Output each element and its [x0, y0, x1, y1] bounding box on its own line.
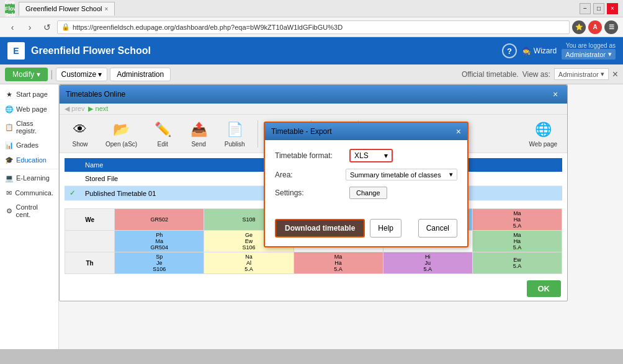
timetables-header: Timetables Online ×	[60, 85, 567, 104]
help-dialog-btn[interactable]: Help	[370, 219, 401, 237]
tt-send-btn[interactable]: 📤 Send	[183, 117, 214, 150]
app-title: Greenfield Flower School	[31, 45, 502, 56]
export-format-row: Timetable format: XLS ▾	[275, 149, 457, 162]
sidebar-grades-label: Grades	[16, 141, 38, 149]
sidebar-item-elearning[interactable]: 💻 E-Learning	[0, 171, 58, 185]
format-label: Timetable format:	[275, 151, 349, 160]
sidebar-item-start-page[interactable]: ★ Start page	[0, 87, 58, 102]
format-select[interactable]: XLS ▾	[349, 149, 393, 162]
wizard-label: Wizard	[534, 47, 557, 55]
toolbar-separator: |	[50, 69, 53, 80]
mail-icon: ✉	[5, 189, 12, 197]
ok-btn[interactable]: OK	[527, 280, 562, 297]
sidebar-item-grades[interactable]: 📊 Grades	[0, 138, 58, 153]
nav-bar: ‹ › ↺ 🔒 https://greenfieldsch.edupage.or…	[0, 17, 623, 37]
user-role-text: Administrator	[565, 51, 606, 58]
browser-tab[interactable]: Greenfield Flower School ×	[19, 2, 115, 16]
tt-web-page-btn[interactable]: 🌐 Web page	[524, 117, 562, 150]
nav-next-label[interactable]: ▶ next	[88, 105, 108, 113]
back-btn[interactable]: ‹	[5, 20, 20, 35]
cal-cell: MaHa5.A	[472, 209, 562, 231]
content-area: Timetables Online × ◀ prev ▶ next 👁 Show…	[59, 84, 623, 349]
address-bar[interactable]: 🔒 https://greenfieldsch.edupage.org/dash…	[57, 20, 570, 34]
sidebar-elearning-label: E-Learning	[16, 174, 50, 182]
forward-btn[interactable]: ›	[22, 20, 37, 35]
timetables-title: Timetables Online	[66, 90, 125, 99]
gear-icon: ⚙	[5, 206, 14, 215]
day-label-we: We	[65, 209, 115, 231]
tt-show-btn[interactable]: 👁 Show	[65, 117, 96, 150]
timetable-nav: ◀ prev ▶ next	[60, 104, 567, 115]
administration-label: Administration	[117, 70, 164, 79]
timetables-close-btn[interactable]: ×	[550, 89, 561, 100]
wizard-btn[interactable]: 🧙 Wizard	[522, 47, 557, 55]
sidebar-item-education[interactable]: 🎓 Education	[0, 153, 58, 167]
export-title: Timetable - Export	[271, 127, 332, 136]
cancel-btn[interactable]: Cancel	[418, 219, 457, 237]
area-value: Summary timetable of classes	[350, 171, 441, 179]
help-btn[interactable]: ?	[502, 43, 517, 58]
tab-close-btn[interactable]: ×	[105, 6, 109, 12]
tt-show-label: Show	[72, 141, 87, 148]
official-timetable-text: Official timetable.	[462, 70, 519, 79]
modify-dropdown-icon: ▾	[37, 70, 40, 79]
export-body: Timetable format: XLS ▾ Area: Summary ti…	[265, 140, 467, 214]
day-label-empty	[65, 231, 115, 252]
export-footer: Download timetable Help Cancel	[265, 214, 467, 246]
view-as-chevron-icon: ▾	[601, 70, 604, 78]
window-close-btn[interactable]: ×	[607, 3, 618, 14]
app-logo-icon: E	[7, 42, 25, 60]
format-dropdown-icon: ▾	[384, 151, 388, 160]
tt-web-page-label: Web page	[529, 141, 557, 148]
window-minimize-btn[interactable]: −	[580, 3, 591, 14]
export-close-btn[interactable]: ×	[456, 127, 461, 136]
area-select[interactable]: Summary timetable of classes ▾	[346, 169, 457, 180]
sidebar-item-web-page[interactable]: 🌐 Web page	[0, 102, 58, 117]
user-role-dropdown[interactable]: Administrator ▾	[562, 49, 616, 60]
app-header: E Greenfield Flower School ? 🧙 Wizard Yo…	[0, 37, 623, 64]
export-dialog: Timetable - Export × Timetable format: X…	[264, 122, 468, 247]
tt-edit-label: Edit	[158, 141, 168, 148]
window-maximize-btn[interactable]: □	[593, 3, 604, 14]
sidebar-item-communication[interactable]: ✉ Communica.	[0, 185, 58, 200]
adblocker-btn[interactable]: A	[588, 20, 602, 34]
customize-dropdown-icon: ▾	[98, 70, 102, 79]
pencil-icon: ✏️	[153, 120, 173, 140]
tt-publish-btn[interactable]: 📄 Publish	[219, 117, 250, 150]
export-header: Timetable - Export ×	[265, 123, 467, 140]
cal-cell: SpJeS106	[115, 252, 204, 274]
tt-edit-btn[interactable]: ✏️ Edit	[147, 117, 178, 150]
clipboard-icon: 📋	[5, 123, 14, 131]
extensions-btn[interactable]: ⭐	[572, 20, 586, 34]
sidebar-start-page-label: Start page	[16, 91, 48, 98]
row-check-1	[65, 172, 80, 186]
download-timetable-btn[interactable]: Download timetable	[275, 219, 365, 237]
tt-send-label: Send	[191, 141, 205, 148]
sidebar-divider	[0, 169, 58, 169]
sidebar-communication-label: Communica.	[15, 189, 53, 197]
tt-open-label: Open (aSc)	[105, 141, 137, 148]
day-label-th: Th	[65, 252, 115, 274]
administration-btn[interactable]: Administration	[110, 68, 171, 81]
view-as-dropdown[interactable]: Administrator ▾	[554, 68, 609, 80]
sidebar-education-label: Education	[16, 156, 47, 164]
sidebar-control-center-label: Control cent.	[16, 203, 53, 218]
sidebar-class-register-label: Class registr.	[16, 120, 53, 135]
change-btn[interactable]: Change	[349, 187, 387, 199]
tt-publish-label: Publish	[225, 141, 245, 148]
sidebar-item-control-center[interactable]: ⚙ Control cent.	[0, 200, 58, 221]
computer-icon: 💻	[5, 174, 14, 182]
sidebar-item-class-register[interactable]: 📋 Class registr.	[0, 117, 58, 138]
send-icon: 📤	[189, 120, 208, 140]
nav-prev-label[interactable]: ◀ prev	[65, 105, 84, 113]
logged-as-text: You are logged as	[566, 42, 616, 49]
modify-btn[interactable]: Modify ▾	[5, 68, 48, 81]
customize-btn[interactable]: Customize ▾	[56, 68, 108, 81]
refresh-btn[interactable]: ↺	[40, 20, 55, 35]
title-bar: Greenfield Flower School Greenfield Flow…	[0, 0, 623, 17]
toolbar-close-btn[interactable]: ×	[612, 69, 618, 80]
tt-open-btn[interactable]: 📂 Open (aSc)	[101, 117, 142, 150]
menu-btn[interactable]: ☰	[604, 20, 618, 34]
tab-title: Greenfield Flower School	[25, 5, 102, 12]
modify-label: Modify	[12, 70, 34, 79]
